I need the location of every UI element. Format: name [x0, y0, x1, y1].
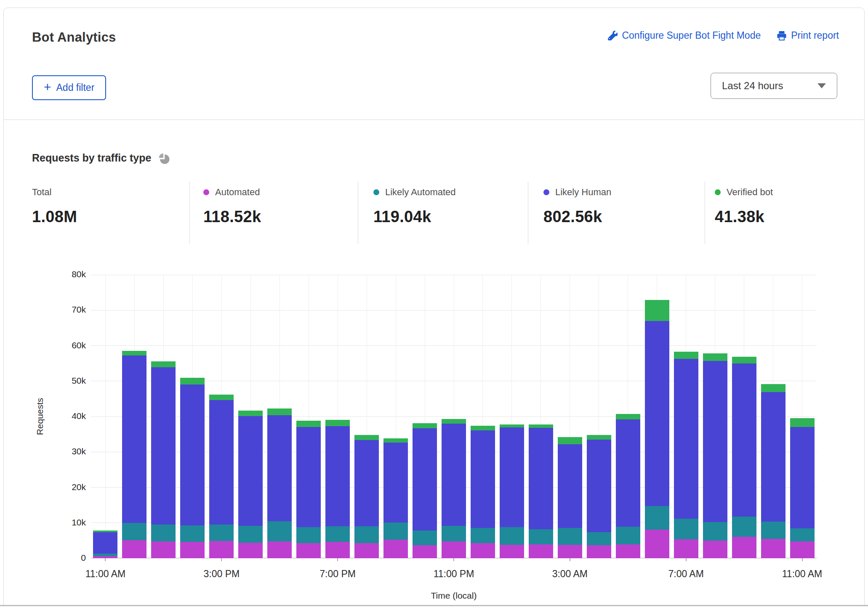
- stat-likely-human[interactable]: Likely Human 802.56k: [543, 178, 611, 226]
- bar-segment-verified-bot[interactable]: [122, 351, 146, 355]
- bar-segment-likely-human[interactable]: [325, 426, 350, 526]
- bar-segment-likely-human[interactable]: [122, 355, 146, 523]
- bar-segment-likely-automated[interactable]: [209, 525, 234, 541]
- bar-segment-verified-bot[interactable]: [529, 424, 553, 428]
- bar-segment-verified-bot[interactable]: [500, 424, 524, 428]
- bar-segment-automated[interactable]: [674, 539, 698, 558]
- bar-segment-verified-bot[interactable]: [354, 435, 379, 440]
- bar-segment-verified-bot[interactable]: [442, 419, 466, 424]
- bar-segment-automated[interactable]: [732, 537, 756, 558]
- bar-segment-verified-bot[interactable]: [761, 384, 785, 392]
- bar-segment-automated[interactable]: [558, 545, 582, 558]
- bar-segment-automated[interactable]: [267, 541, 292, 558]
- bar-segment-likely-automated[interactable]: [500, 527, 524, 545]
- bar-segment-likely-human[interactable]: [674, 359, 698, 519]
- bar-segment-likely-human[interactable]: [732, 363, 756, 517]
- bar-segment-likely-human[interactable]: [296, 427, 321, 527]
- bar-segment-automated[interactable]: [587, 545, 611, 558]
- bar-segment-verified-bot[interactable]: [413, 423, 437, 428]
- bar-segment-likely-human[interactable]: [413, 428, 437, 530]
- bar-segment-verified-bot[interactable]: [732, 357, 756, 363]
- bar-segment-automated[interactable]: [238, 543, 263, 558]
- bar-segment-likely-automated[interactable]: [442, 526, 466, 541]
- bar-segment-automated[interactable]: [354, 543, 379, 558]
- bar-segment-likely-automated[interactable]: [645, 506, 669, 530]
- bar-segment-likely-human[interactable]: [267, 415, 292, 521]
- bar-segment-automated[interactable]: [180, 542, 205, 558]
- bar-segment-verified-bot[interactable]: [790, 418, 815, 427]
- bar-segment-likely-human[interactable]: [500, 427, 524, 527]
- bar-segment-likely-human[interactable]: [703, 361, 727, 522]
- bar-segment-likely-human[interactable]: [151, 367, 176, 525]
- bar-segment-verified-bot[interactable]: [587, 435, 611, 440]
- bar-segment-verified-bot[interactable]: [209, 395, 234, 400]
- bar-segment-verified-bot[interactable]: [296, 421, 321, 427]
- bar-segment-likely-automated[interactable]: [267, 521, 292, 541]
- bar-segment-automated[interactable]: [616, 544, 640, 558]
- bar-segment-verified-bot[interactable]: [383, 438, 408, 443]
- bar-segment-likely-human[interactable]: [442, 424, 466, 526]
- bar-segment-automated[interactable]: [761, 539, 785, 558]
- bar-segment-automated[interactable]: [703, 541, 727, 558]
- bar-segment-automated[interactable]: [296, 543, 321, 558]
- bar-segment-automated[interactable]: [529, 544, 553, 558]
- bar-segment-likely-human[interactable]: [616, 419, 640, 527]
- bar-segment-automated[interactable]: [790, 541, 815, 558]
- bar-segment-likely-human[interactable]: [587, 440, 611, 532]
- bar-segment-likely-human[interactable]: [93, 532, 117, 554]
- bar-segment-likely-automated[interactable]: [325, 526, 350, 542]
- bar-segment-likely-automated[interactable]: [674, 519, 698, 539]
- bar-segment-automated[interactable]: [209, 541, 234, 558]
- bar-segment-automated[interactable]: [122, 540, 146, 558]
- bar-segment-verified-bot[interactable]: [325, 420, 350, 426]
- bar-segment-likely-human[interactable]: [558, 444, 582, 528]
- bar-segment-verified-bot[interactable]: [151, 361, 176, 367]
- bar-segment-likely-human[interactable]: [790, 427, 815, 528]
- bar-segment-likely-automated[interactable]: [296, 527, 321, 543]
- bar-segment-likely-human[interactable]: [209, 400, 234, 525]
- bar-segment-likely-human[interactable]: [354, 440, 379, 526]
- bar-segment-likely-automated[interactable]: [354, 526, 379, 543]
- bar-segment-likely-human[interactable]: [645, 321, 669, 506]
- configure-super-bot-fight-mode-link[interactable]: Configure Super Bot Fight Mode: [608, 30, 761, 41]
- time-range-select[interactable]: Last 24 hours: [711, 73, 837, 99]
- bar-segment-likely-human[interactable]: [383, 443, 408, 522]
- bar-segment-automated[interactable]: [645, 530, 669, 558]
- bar-segment-likely-automated[interactable]: [383, 522, 408, 540]
- bar-segment-likely-automated[interactable]: [732, 517, 756, 537]
- bar-segment-verified-bot[interactable]: [703, 353, 727, 361]
- bar-segment-likely-human[interactable]: [238, 416, 263, 526]
- bar-segment-verified-bot[interactable]: [674, 352, 698, 359]
- stat-automated[interactable]: Automated 118.52k: [203, 178, 261, 226]
- bar-segment-automated[interactable]: [325, 542, 350, 558]
- bar-segment-verified-bot[interactable]: [645, 300, 669, 321]
- bar-segment-likely-automated[interactable]: [703, 522, 727, 541]
- bar-segment-likely-automated[interactable]: [587, 532, 611, 545]
- bar-segment-likely-automated[interactable]: [93, 554, 117, 556]
- bar-segment-verified-bot[interactable]: [267, 408, 292, 415]
- bar-segment-likely-automated[interactable]: [122, 523, 146, 540]
- bar-segment-automated[interactable]: [500, 545, 524, 558]
- bar-segment-verified-bot[interactable]: [93, 530, 117, 532]
- stat-likely-automated[interactable]: Likely Automated 119.04k: [373, 178, 456, 226]
- bar-segment-verified-bot[interactable]: [180, 378, 205, 385]
- bar-segment-verified-bot[interactable]: [471, 426, 495, 430]
- stat-verified-bot[interactable]: Verified bot 41.38k: [715, 178, 773, 226]
- bar-segment-likely-automated[interactable]: [471, 528, 495, 543]
- bar-segment-verified-bot[interactable]: [558, 437, 582, 444]
- bar-segment-likely-automated[interactable]: [238, 526, 263, 543]
- bar-segment-automated[interactable]: [471, 543, 495, 558]
- bar-segment-likely-human[interactable]: [180, 385, 205, 525]
- bar-segment-automated[interactable]: [413, 545, 437, 558]
- bar-segment-likely-human[interactable]: [761, 392, 785, 522]
- bar-segment-likely-automated[interactable]: [529, 529, 553, 544]
- bar-segment-verified-bot[interactable]: [616, 414, 640, 419]
- bar-segment-likely-automated[interactable]: [616, 527, 640, 544]
- bar-segment-automated[interactable]: [151, 541, 176, 558]
- add-filter-button[interactable]: + Add filter: [32, 75, 106, 100]
- bar-segment-automated[interactable]: [383, 540, 408, 558]
- bar-segment-likely-automated[interactable]: [413, 530, 437, 545]
- bar-segment-likely-automated[interactable]: [180, 525, 205, 542]
- print-report-link[interactable]: Print report: [777, 30, 839, 41]
- bar-segment-likely-automated[interactable]: [558, 528, 582, 545]
